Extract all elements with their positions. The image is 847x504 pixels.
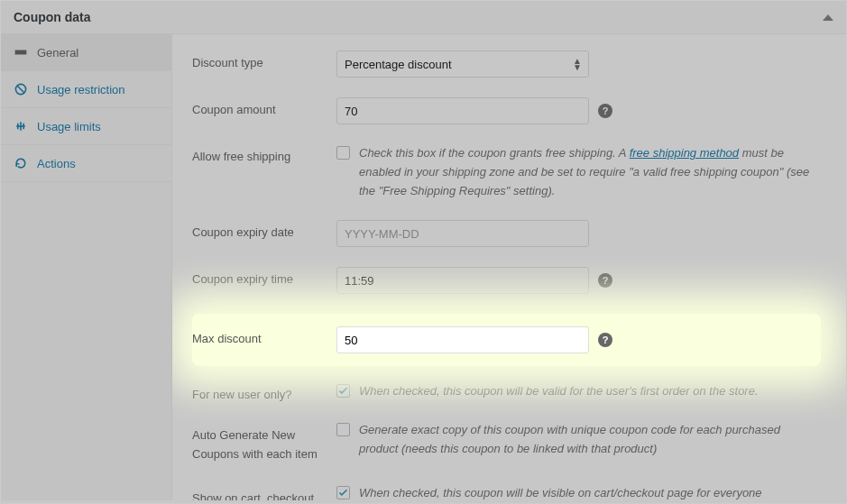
help-icon[interactable]: ?	[598, 273, 612, 288]
field-auto-generate: Auto Generate New Coupons with each item…	[192, 421, 821, 464]
field-label: Max discount	[192, 326, 336, 345]
field-expiry-date: Coupon expiry date	[192, 220, 821, 247]
field-label: Auto Generate New Coupons with each item	[192, 421, 336, 464]
refresh-icon	[14, 156, 28, 170]
field-label: Coupon amount	[192, 97, 336, 116]
sidebar-item-general[interactable]: General	[1, 34, 171, 71]
svg-line-1	[17, 86, 24, 93]
field-new-user: For new user only? When checked, this co…	[192, 382, 821, 401]
field-show-cart: Show on cart, checkout and my account? W…	[192, 484, 821, 500]
field-expiry-time: Coupon expiry time ?	[192, 267, 821, 294]
free-shipping-link[interactable]: free shipping method	[630, 146, 739, 160]
sidebar-item-label: Usage limits	[37, 120, 101, 133]
auto-generate-desc: Generate exact copy of this coupon with …	[359, 421, 821, 459]
sidebar-item-usage-restriction[interactable]: Usage restriction	[1, 71, 171, 108]
panel-title: Coupon data	[14, 10, 91, 24]
expiry-date-input[interactable]	[336, 220, 589, 247]
collapse-icon	[823, 14, 833, 21]
coupon-amount-input[interactable]	[336, 97, 589, 124]
new-user-checkbox[interactable]	[336, 384, 350, 398]
field-label: For new user only?	[192, 382, 336, 401]
field-discount-type: Discount type Percentage discount ▲▼	[192, 50, 821, 78]
field-max-discount: Max discount ?	[192, 314, 821, 366]
field-label: Coupon expiry time	[192, 267, 336, 286]
content-area: Discount type Percentage discount ▲▼ Cou…	[172, 34, 846, 500]
field-label: Show on cart, checkout and my account?	[192, 484, 336, 500]
sidebar-item-actions[interactable]: Actions	[1, 145, 171, 182]
new-user-desc: When checked, this coupon will be valid …	[359, 382, 759, 401]
field-label: Discount type	[192, 50, 336, 69]
panel-body: General Usage restriction Usage limits A…	[1, 34, 846, 500]
sidebar-item-usage-limits[interactable]: Usage limits	[1, 108, 171, 145]
field-free-shipping: Allow free shipping Check this box if th…	[192, 144, 821, 200]
field-label: Allow free shipping	[192, 144, 336, 163]
ticket-icon	[14, 45, 28, 60]
max-discount-input[interactable]	[336, 326, 589, 353]
free-shipping-desc: Check this box if the coupon grants free…	[359, 144, 821, 200]
auto-generate-checkbox[interactable]	[336, 423, 350, 436]
discount-type-select[interactable]: Percentage discount	[336, 50, 589, 78]
panel-header[interactable]: Coupon data	[1, 1, 846, 34]
show-cart-desc: When checked, this coupon will be visibl…	[359, 484, 762, 500]
field-label: Coupon expiry date	[192, 220, 336, 239]
help-icon[interactable]: ?	[598, 104, 612, 118]
sidebar-item-label: General	[37, 46, 78, 60]
field-coupon-amount: Coupon amount ?	[192, 97, 821, 124]
help-icon[interactable]: ?	[598, 333, 612, 347]
free-shipping-checkbox[interactable]	[336, 146, 350, 160]
adjust-icon	[14, 119, 28, 133]
coupon-data-panel: Coupon data General Usage restriction	[0, 0, 847, 504]
sidebar-item-label: Actions	[37, 157, 76, 170]
sidebar: General Usage restriction Usage limits A…	[1, 34, 172, 500]
sidebar-item-label: Usage restriction	[37, 83, 125, 96]
no-entry-icon	[14, 82, 28, 96]
expiry-time-input[interactable]	[336, 267, 589, 294]
show-cart-checkbox[interactable]	[336, 486, 350, 499]
